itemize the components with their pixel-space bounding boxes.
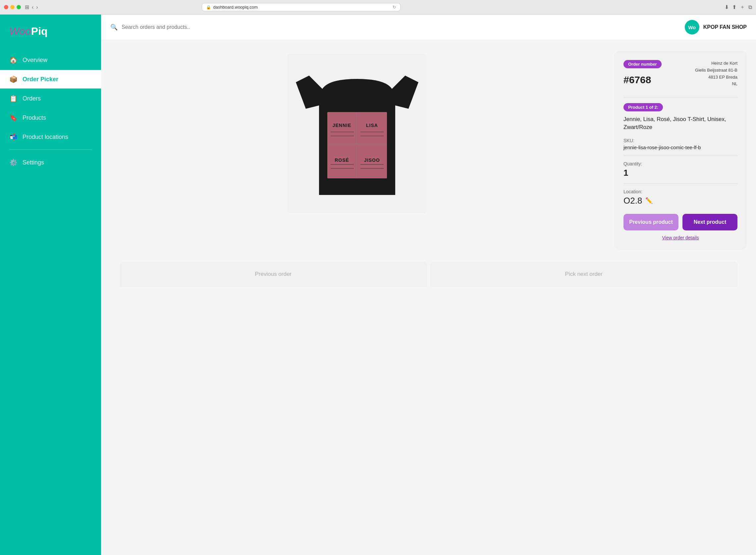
- sidebar-item-label: Settings: [22, 159, 44, 166]
- forward-icon[interactable]: ›: [36, 4, 38, 10]
- divider2: [623, 156, 738, 156]
- search-icon: 🔍: [110, 24, 117, 31]
- quantity-field: Quantity: 1: [623, 161, 738, 178]
- browser-nav-controls: ⊞ ‹ ›: [25, 4, 38, 10]
- close-button[interactable]: [4, 5, 8, 9]
- product-image-area: JENNIE LISA ROSÉ JISOO: [110, 51, 604, 216]
- tab-overview-icon[interactable]: ⧉: [748, 4, 752, 10]
- order-picker-icon: 📦: [9, 75, 17, 83]
- address-line1: Gielis Beijsstraat 81-B: [695, 67, 738, 74]
- svg-text:ROSÉ: ROSÉ: [335, 158, 349, 163]
- product-view: JENNIE LISA ROSÉ JISOO: [110, 51, 747, 250]
- url-bar[interactable]: 🔒 dashboard.woopiq.com ↻: [202, 3, 400, 11]
- sidebar-item-orders[interactable]: 📋 Orders: [0, 89, 101, 108]
- sidebar-logo: WooPiq: [0, 14, 101, 47]
- product-image: JENNIE LISA ROSÉ JISOO: [288, 54, 427, 213]
- product-name: Jennie, Lisa, Rosé, Jisoo T-Shirt, Unise…: [623, 115, 738, 131]
- location-label: Location:: [623, 189, 738, 194]
- download-icon[interactable]: ⬇: [724, 4, 729, 10]
- traffic-lights: [4, 5, 21, 9]
- order-header-left: Order number #6768: [623, 60, 695, 92]
- order-header-row: Order number #6768 Heinz de Kort Gielis …: [623, 60, 738, 92]
- product-locations-icon: 📬: [9, 133, 17, 141]
- address-line2: 4813 EP Breda: [695, 74, 738, 81]
- lock-icon: 🔒: [206, 5, 211, 10]
- back-icon[interactable]: ‹: [32, 4, 34, 10]
- location-field: Location: O2.8 ✏️: [623, 189, 738, 206]
- previous-order-button[interactable]: Previous order: [120, 262, 427, 287]
- next-product-button[interactable]: Next product: [682, 214, 738, 230]
- sidebar-item-product-locations[interactable]: 📬 Product locations: [0, 128, 101, 146]
- order-address: Heinz de Kort Gielis Beijsstraat 81-B 48…: [695, 60, 738, 88]
- svg-text:JISOO: JISOO: [364, 158, 380, 163]
- sidebar-item-order-picker[interactable]: 📦 Order Picker: [0, 70, 101, 88]
- quantity-label: Quantity:: [623, 161, 738, 166]
- product-tshirt-svg: JENNIE LISA ROSÉ JISOO: [296, 62, 418, 205]
- order-number-badge: Order number: [623, 60, 662, 68]
- reload-icon[interactable]: ↻: [392, 5, 396, 10]
- product-badge: Product 1 of 2:: [623, 103, 663, 112]
- shop-name: KPOP FAN SHOP: [703, 24, 747, 30]
- sidebar-divider: [9, 150, 92, 150]
- sidebar-item-label: Overview: [22, 57, 47, 63]
- browser-right-controls: ⬇ ⬆ ＋ ⧉: [724, 4, 752, 11]
- home-icon: 🏠: [9, 56, 17, 64]
- divider: [623, 97, 738, 98]
- sku-field: SKU: jennie-lisa-rose-jisoo-comic-tee-lf…: [623, 138, 738, 150]
- sidebar-item-overview[interactable]: 🏠 Overview: [0, 51, 101, 69]
- sidebar-nav: 🏠 Overview 📦 Order Picker 📋 Orders 🔖 Pro…: [0, 47, 101, 555]
- bottom-nav: Previous order Pick next order: [110, 262, 747, 287]
- search-input[interactable]: [122, 24, 681, 30]
- sidebar-item-label: Product locations: [22, 134, 68, 140]
- sidebar-item-products[interactable]: 🔖 Products: [0, 109, 101, 127]
- sidebar: WooPiq 🏠 Overview 📦 Order Picker 📋 Order…: [0, 14, 101, 555]
- header-right: Wo KPOP FAN SHOP: [685, 20, 747, 35]
- sidebar-item-settings[interactable]: ⚙️ Settings: [0, 153, 101, 172]
- logo-piq: Piq: [31, 25, 48, 37]
- pick-next-order-button[interactable]: Pick next order: [430, 262, 738, 287]
- url-text: dashboard.woopiq.com: [213, 5, 257, 10]
- svg-text:JENNIE: JENNIE: [332, 123, 351, 128]
- edit-location-icon[interactable]: ✏️: [645, 197, 653, 204]
- order-number: #6768: [623, 72, 695, 86]
- view-order-details-link[interactable]: View order details: [623, 235, 738, 240]
- address-country: NL: [695, 81, 738, 88]
- content-area: JENNIE LISA ROSÉ JISOO: [101, 40, 756, 555]
- sidebar-toggle-icon[interactable]: ⊞: [25, 4, 29, 10]
- previous-product-button[interactable]: Previous product: [623, 214, 678, 230]
- settings-icon: ⚙️: [9, 159, 17, 166]
- svg-text:LISA: LISA: [366, 123, 378, 128]
- location-row: O2.8 ✏️: [623, 196, 738, 206]
- products-icon: 🔖: [9, 114, 17, 122]
- sidebar-item-label: Products: [22, 114, 46, 121]
- sku-label: SKU:: [623, 138, 738, 143]
- sidebar-item-label: Orders: [22, 95, 41, 102]
- orders-icon: 📋: [9, 94, 17, 102]
- main-content: 🔍 Wo KPOP FAN SHOP: [101, 14, 756, 555]
- browser-chrome: ⊞ ‹ › 🔒 dashboard.woopiq.com ↻ ⬇ ⬆ ＋ ⧉: [0, 0, 756, 14]
- order-card: Order number #6768 Heinz de Kort Gielis …: [614, 51, 747, 250]
- location-value: O2.8: [623, 196, 642, 206]
- logo: WooPiq: [9, 25, 48, 37]
- quantity-value: 1: [623, 168, 738, 178]
- new-tab-icon[interactable]: ＋: [740, 4, 745, 11]
- avatar: Wo: [685, 20, 699, 35]
- maximize-button[interactable]: [16, 5, 21, 9]
- app-container: WooPiq 🏠 Overview 📦 Order Picker 📋 Order…: [0, 14, 756, 555]
- minimize-button[interactable]: [10, 5, 14, 9]
- customer-name: Heinz de Kort: [695, 60, 738, 67]
- logo-woo: Woo: [9, 25, 31, 37]
- sidebar-item-label: Order Picker: [22, 76, 58, 83]
- header: 🔍 Wo KPOP FAN SHOP: [101, 14, 756, 40]
- divider3: [623, 183, 738, 184]
- share-icon[interactable]: ⬆: [732, 4, 737, 10]
- product-actions: Previous product Next product: [623, 214, 738, 230]
- sku-value: jennie-lisa-rose-jisoo-comic-tee-lf-b: [623, 144, 738, 150]
